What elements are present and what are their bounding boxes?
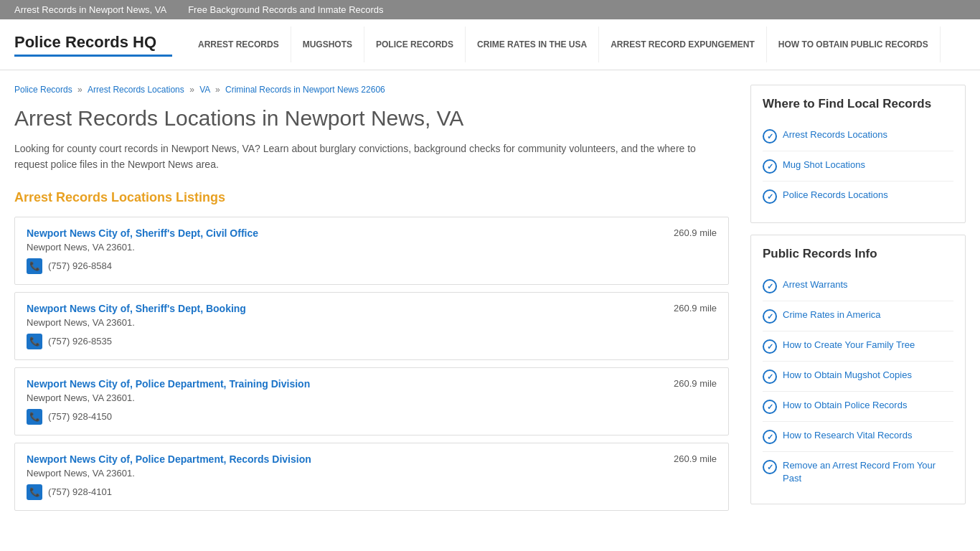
- listing-name-3[interactable]: Newport News City of, Police Department,…: [27, 453, 311, 465]
- header: Police Records HQ ARREST RECORDSMUGSHOTS…: [0, 19, 980, 70]
- listing-phone-3: 📞 (757) 928-4101: [27, 484, 717, 500]
- listing-card-1: Newport News City of, Sheriff's Dept, Bo…: [14, 292, 729, 360]
- phone-icon-3: 📞: [27, 484, 42, 500]
- listing-header-3: Newport News City of, Police Department,…: [27, 453, 717, 465]
- nav-item-3[interactable]: CRIME RATES IN THE USA: [466, 27, 599, 62]
- sidebar1-link-2[interactable]: Police Records Locations: [763, 182, 953, 211]
- listing-card-2: Newport News City of, Police Department,…: [14, 367, 729, 435]
- listing-distance-3: 260.9 mile: [674, 453, 717, 464]
- nav-item-5[interactable]: HOW TO OBTAIN PUBLIC RECORDS: [767, 27, 941, 62]
- check-icon-s1-0: [763, 129, 777, 143]
- listing-address-3: Newport News, VA 23601.: [27, 468, 717, 479]
- sidebar: Where to Find Local Records Arrest Recor…: [750, 85, 966, 518]
- listing-distance-2: 260.9 mile: [674, 378, 717, 389]
- sidebar2-link-text-3: How to Obtain Mugshot Copies: [783, 369, 912, 382]
- listing-header-1: Newport News City of, Sheriff's Dept, Bo…: [27, 303, 717, 314]
- section-heading: Arrest Records Locations Listings: [14, 190, 729, 205]
- nav-item-0[interactable]: ARREST RECORDS: [187, 27, 291, 62]
- check-icon-s2-0: [763, 279, 777, 293]
- top-bar: Arrest Records in Newport News, VA Free …: [0, 0, 980, 19]
- listings-container: Newport News City of, Sheriff's Dept, Ci…: [14, 217, 729, 511]
- main-container: Police Records » Arrest Records Location…: [0, 70, 980, 532]
- check-icon-s2-4: [763, 400, 777, 414]
- listing-header-2: Newport News City of, Police Department,…: [27, 378, 717, 390]
- check-icon-s2-3: [763, 369, 777, 384]
- listing-address-2: Newport News, VA 23601.: [27, 392, 717, 403]
- sidebar-section1-title: Where to Find Local Records: [763, 97, 953, 111]
- listing-distance-1: 260.9 mile: [674, 303, 717, 314]
- sidebar-section-public: Public Records Info Arrest Warrants Crim…: [750, 235, 966, 504]
- listing-phone-2: 📞 (757) 928-4150: [27, 409, 717, 425]
- sidebar2-link-1[interactable]: Crime Rates in America: [763, 301, 953, 331]
- listing-phone-1: 📞 (757) 926-8535: [27, 334, 717, 349]
- sidebar1-link-text-2: Police Records Locations: [783, 189, 888, 202]
- sidebar2-link-text-6: Remove an Arrest Record From Your Past: [783, 459, 953, 485]
- listing-header-0: Newport News City of, Sheriff's Dept, Ci…: [27, 227, 717, 239]
- breadcrumb-link-4[interactable]: Criminal Records in Newport News 22606: [225, 85, 385, 95]
- listing-name-1[interactable]: Newport News City of, Sheriff's Dept, Bo…: [27, 303, 246, 314]
- check-icon-s2-6: [763, 460, 777, 474]
- listing-phone-0: 📞 (757) 926-8584: [27, 258, 717, 274]
- check-icon-s1-2: [763, 189, 777, 204]
- phone-number-3[interactable]: (757) 928-4101: [48, 486, 112, 497]
- page-title: Arrest Records Locations in Newport News…: [14, 106, 729, 131]
- phone-number-1[interactable]: (757) 926-8535: [48, 336, 112, 347]
- content-area: Police Records » Arrest Records Location…: [14, 85, 729, 518]
- sidebar-links-2: Arrest Warrants Crime Rates in America H…: [763, 271, 953, 492]
- breadcrumb-link-3[interactable]: VA: [199, 85, 209, 95]
- check-icon-s2-2: [763, 339, 777, 354]
- listing-address-1: Newport News, VA 23601.: [27, 317, 717, 328]
- breadcrumb: Police Records » Arrest Records Location…: [14, 85, 729, 95]
- nav-item-1[interactable]: MUGSHOTS: [291, 27, 364, 62]
- sidebar2-link-text-2: How to Create Your Family Tree: [783, 339, 915, 352]
- sidebar1-link-text-0: Arrest Records Locations: [783, 128, 887, 141]
- phone-number-2[interactable]: (757) 928-4150: [48, 411, 112, 422]
- sidebar2-link-text-1: Crime Rates in America: [783, 309, 881, 321]
- listing-name-0[interactable]: Newport News City of, Sheriff's Dept, Ci…: [27, 227, 258, 239]
- check-icon-s2-5: [763, 430, 777, 444]
- nav-item-2[interactable]: POLICE RECORDS: [364, 27, 466, 62]
- sidebar-section-local: Where to Find Local Records Arrest Recor…: [750, 85, 966, 223]
- phone-icon-2: 📞: [27, 409, 42, 425]
- intro-text: Looking for county court records in Newp…: [14, 141, 729, 173]
- sidebar2-link-text-4: How to Obtain Police Records: [783, 399, 907, 412]
- check-icon-s2-1: [763, 309, 777, 324]
- nav-item-4[interactable]: ARREST RECORD EXPUNGEMENT: [599, 27, 767, 62]
- listing-distance-0: 260.9 mile: [674, 227, 717, 238]
- phone-icon-1: 📞: [27, 334, 42, 349]
- sidebar2-link-text-0: Arrest Warrants: [783, 278, 848, 291]
- check-icon-s1-1: [763, 159, 777, 174]
- top-bar-link1[interactable]: Arrest Records in Newport News, VA: [14, 4, 166, 15]
- sidebar2-link-3[interactable]: How to Obtain Mugshot Copies: [763, 362, 953, 392]
- sidebar2-link-5[interactable]: How to Research Vital Records: [763, 422, 953, 452]
- sidebar2-link-0[interactable]: Arrest Warrants: [763, 271, 953, 301]
- listing-name-2[interactable]: Newport News City of, Police Department,…: [27, 378, 310, 390]
- phone-number-0[interactable]: (757) 926-8584: [48, 260, 112, 271]
- sidebar2-link-text-5: How to Research Vital Records: [783, 429, 912, 442]
- sidebar1-link-text-1: Mug Shot Locations: [783, 159, 865, 171]
- sidebar1-link-1[interactable]: Mug Shot Locations: [763, 151, 953, 182]
- sidebar2-link-6[interactable]: Remove an Arrest Record From Your Past: [763, 452, 953, 492]
- sidebar-section2-title: Public Records Info: [763, 247, 953, 261]
- top-bar-link2[interactable]: Free Background Records and Inmate Recor…: [188, 4, 383, 15]
- listing-address-0: Newport News, VA 23601.: [27, 242, 717, 253]
- sidebar2-link-4[interactable]: How to Obtain Police Records: [763, 392, 953, 422]
- listing-card-3: Newport News City of, Police Department,…: [14, 443, 729, 511]
- listing-card-0: Newport News City of, Sheriff's Dept, Ci…: [14, 217, 729, 285]
- main-nav: ARREST RECORDSMUGSHOTSPOLICE RECORDSCRIM…: [187, 27, 966, 62]
- phone-icon-0: 📞: [27, 258, 42, 274]
- breadcrumb-link-2[interactable]: Arrest Records Locations: [88, 85, 184, 95]
- logo[interactable]: Police Records HQ: [14, 33, 172, 57]
- sidebar-links-1: Arrest Records Locations Mug Shot Locati…: [763, 121, 953, 211]
- sidebar2-link-2[interactable]: How to Create Your Family Tree: [763, 331, 953, 362]
- sidebar1-link-0[interactable]: Arrest Records Locations: [763, 121, 953, 151]
- breadcrumb-link-1[interactable]: Police Records: [14, 85, 72, 95]
